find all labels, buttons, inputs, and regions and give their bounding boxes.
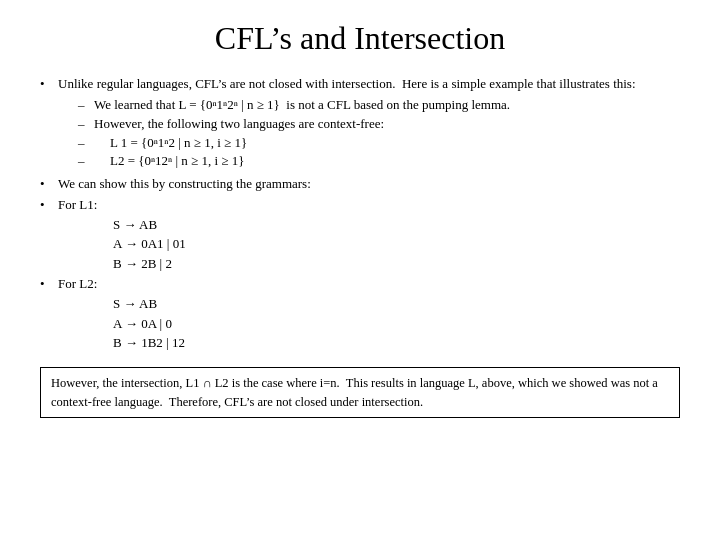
page-title: CFL’s and Intersection — [40, 20, 680, 57]
sub-item-1-text: We learned that L = {0ⁿ1ⁿ2ⁿ | n ≥ 1} is … — [94, 96, 510, 115]
grammar-l2-b: B → 1B2 | 12 — [113, 333, 185, 353]
grammar-l2: S → AB A → 0A | 0 B → 1B2 | 12 — [113, 294, 185, 353]
grammar-l2-s: S → AB — [113, 294, 185, 314]
list-item-4: • For L2: S → AB A → 0A | 0 B → 1B2 | 12 — [40, 275, 680, 352]
grammar-l1-a: A → 0A1 | 01 — [113, 234, 186, 254]
sub-item-3: – L 1 = {0ⁿ1ⁿ2⁩ | n ≥ 1, i ≥ 1} — [78, 134, 680, 153]
bullet-1-text: Unlike regular languages, CFL’s are not … — [58, 75, 680, 173]
bullet-1: • — [40, 75, 58, 173]
bullet-2-text: We can show this by constructing the gra… — [58, 175, 311, 194]
sub-item-1: – We learned that L = {0ⁿ1ⁿ2ⁿ | n ≥ 1} i… — [78, 96, 680, 115]
dash-1: – — [78, 96, 94, 115]
dash-2: – — [78, 115, 94, 134]
bullet-3-text: For L1: — [58, 197, 97, 212]
sub-list-1: – We learned that L = {0ⁿ1ⁿ2ⁿ | n ≥ 1} i… — [78, 96, 680, 171]
dash-3: – — [78, 134, 94, 153]
bullet-1-main: Unlike regular languages, CFL’s are not … — [58, 76, 636, 91]
sub-item-3-text: L 1 = {0ⁿ1ⁿ2⁩ | n ≥ 1, i ≥ 1} — [110, 134, 247, 153]
list-item-3: • For L1: S → AB A → 0A1 | 01 B → 2B | 2 — [40, 196, 680, 273]
footer-text: However, the intersection, L1 ∩ L2 is th… — [51, 376, 658, 409]
sub-item-4-text: L2 = {0ⁿ1⁩2ⁿ | n ≥ 1, i ≥ 1} — [110, 152, 244, 171]
sub-item-2-text: However, the following two languages are… — [94, 115, 384, 134]
bullet-2: • — [40, 175, 58, 194]
grammar-l1-s: S → AB — [113, 215, 186, 235]
bullet-4: • — [40, 275, 58, 352]
page: CFL’s and Intersection • Unlike regular … — [0, 0, 720, 540]
bullet-4-text: For L2: — [58, 276, 97, 291]
list-item: • Unlike regular languages, CFL’s are no… — [40, 75, 680, 173]
sub-item-2: – However, the following two languages a… — [78, 115, 680, 134]
bullet-3-content: For L1: S → AB A → 0A1 | 01 B → 2B | 2 — [58, 196, 186, 273]
main-content: • Unlike regular languages, CFL’s are no… — [40, 75, 680, 418]
grammar-l2-a: A → 0A | 0 — [113, 314, 185, 334]
bullet-4-content: For L2: S → AB A → 0A | 0 B → 1B2 | 12 — [58, 275, 185, 352]
sub-item-4: – L2 = {0ⁿ1⁩2ⁿ | n ≥ 1, i ≥ 1} — [78, 152, 680, 171]
grammar-l1: S → AB A → 0A1 | 01 B → 2B | 2 — [113, 215, 186, 274]
footer-box: However, the intersection, L1 ∩ L2 is th… — [40, 367, 680, 419]
list-item-2: • We can show this by constructing the g… — [40, 175, 680, 194]
dash-4: – — [78, 152, 94, 171]
bullet-3: • — [40, 196, 58, 273]
grammar-l1-b: B → 2B | 2 — [113, 254, 186, 274]
